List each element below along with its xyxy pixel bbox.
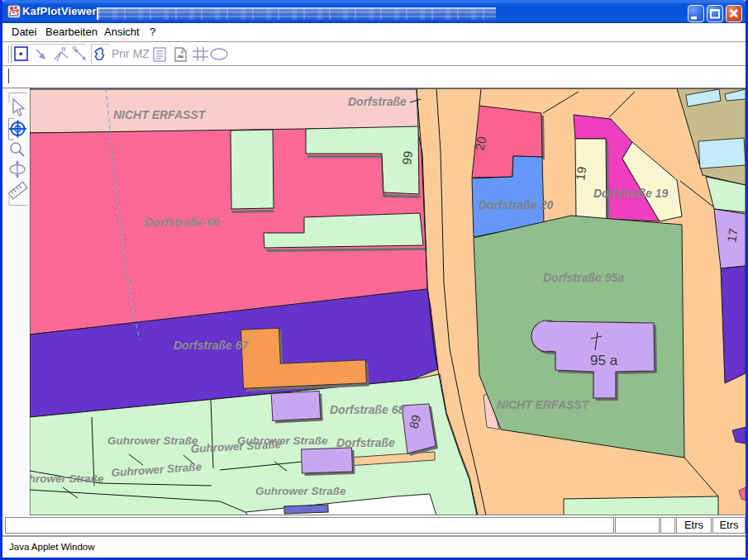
svg-text:Guhrower Straße: Guhrower Straße xyxy=(237,434,328,447)
svg-text:Guhrower Straße: Guhrower Straße xyxy=(107,434,198,447)
svg-text:Guhrower Straße: Guhrower Straße xyxy=(255,485,346,497)
svg-text:Dorfstraße 19: Dorfstraße 19 xyxy=(593,187,668,200)
svg-text:19: 19 xyxy=(573,166,588,182)
svg-text:95 a: 95 a xyxy=(590,353,618,368)
svg-text:Dorfstraße: Dorfstraße xyxy=(348,95,407,108)
svg-text:NICHT ERFASST: NICHT ERFASST xyxy=(497,398,590,411)
svg-text:99: 99 xyxy=(399,150,415,166)
svg-text:17: 17 xyxy=(724,227,741,243)
svg-text:Dorfstraße 67: Dorfstraße 67 xyxy=(174,339,249,352)
svg-text:Dorfstraße 20: Dorfstraße 20 xyxy=(479,198,553,211)
svg-text:Dorfstraße 68: Dorfstraße 68 xyxy=(330,403,404,416)
svg-text:Pnr MZ: Pnr MZ xyxy=(112,47,150,60)
svg-text:Dorfstraße: Dorfstraße xyxy=(336,436,395,449)
svg-text:Guhrower Straße: Guhrower Straße xyxy=(30,472,104,485)
svg-text:20: 20 xyxy=(472,135,488,152)
svg-text:Dorfstraße 95a: Dorfstraße 95a xyxy=(543,271,624,284)
svg-text:NICHT ERFASST: NICHT ERFASST xyxy=(113,108,207,121)
svg-text:Dorfstraße 66: Dorfstraße 66 xyxy=(145,216,219,229)
